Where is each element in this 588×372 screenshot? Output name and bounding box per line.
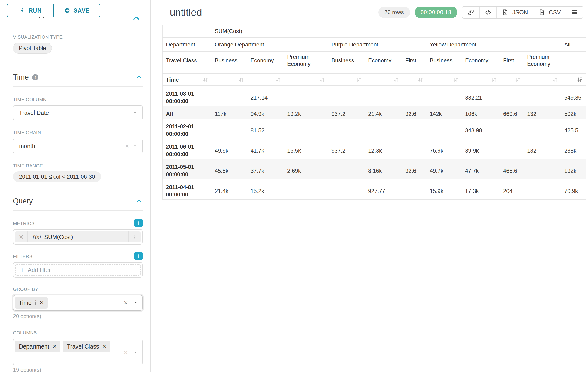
value-cell: 106k	[462, 106, 500, 119]
menu-button[interactable]	[566, 7, 583, 18]
viz-type-label: VISUALIZATION TYPE	[13, 34, 63, 40]
sort-arrows-icon[interactable]	[202, 76, 209, 83]
add-filter-dropzone[interactable]: Add filter	[15, 264, 141, 276]
row-count-badge: 26 rows	[378, 7, 410, 18]
row-axis-label-cell: Time	[163, 74, 211, 86]
clear-x-icon[interactable]	[124, 299, 128, 306]
chart-title[interactable]: - untitled	[164, 7, 202, 18]
sort-arrows-icon[interactable]	[514, 76, 521, 83]
metric-content: ƒ(x) SUM(Cost)	[28, 234, 128, 240]
remove-tag-icon[interactable]	[102, 343, 106, 350]
time-row-label: 2011-04-01 00:00:00	[163, 180, 211, 200]
value-cell: 47.7k	[462, 159, 500, 180]
columns-tag[interactable]: Department	[15, 340, 60, 352]
save-button[interactable]: SAVE	[53, 4, 100, 17]
embed-code-button[interactable]	[479, 7, 496, 18]
time-row-label: All	[163, 106, 211, 119]
sort-arrows-icon[interactable]	[490, 76, 497, 83]
caret-down-icon[interactable]	[133, 144, 137, 148]
group-by-select[interactable]: Time	[13, 295, 143, 311]
value-cell: 81.52	[247, 119, 284, 139]
travel-class-header: Premium Economy	[524, 52, 561, 74]
time-column-value: Travel Date	[19, 109, 49, 116]
query-section-title: Query	[13, 197, 32, 205]
time-range-pill[interactable]: 2011-01-01 ≤ col < 2011-06-30	[13, 171, 101, 182]
value-cell: 142k	[427, 106, 462, 119]
value-cell	[402, 180, 427, 200]
sort-cell	[500, 74, 524, 86]
table-row: 2011-03-01 00:00:00217.14332.21549.35	[163, 86, 586, 106]
time-row-label: 2011-06-01 00:00:00	[163, 139, 211, 159]
sort-arrows-icon[interactable]	[274, 76, 282, 83]
metric-value: SUM(Cost)	[44, 234, 73, 240]
lightning-icon	[19, 7, 25, 13]
remove-tag-icon[interactable]	[52, 343, 57, 350]
pivot-corner-cell	[163, 25, 211, 38]
clear-x-icon[interactable]	[124, 349, 128, 356]
time-column-label: TIME COLUMN	[13, 97, 46, 102]
function-icon: ƒ(x)	[32, 234, 41, 240]
file-code-icon	[502, 9, 509, 16]
value-cell	[284, 119, 328, 139]
sort-cell	[247, 74, 284, 86]
value-cell: 204	[500, 180, 524, 200]
export-json-button[interactable]: .JSON	[496, 7, 533, 18]
chevron-up-icon[interactable]	[135, 74, 143, 81]
caret-down-icon[interactable]	[134, 301, 137, 305]
chart-header: - untitled 26 rows 00:00:00.18 .JSON .CS…	[151, 0, 588, 19]
chevron-right-icon[interactable]	[128, 231, 141, 243]
travel-class-header: Economy	[462, 52, 500, 74]
remove-tag-icon[interactable]	[40, 300, 44, 306]
sort-desc-bars-icon[interactable]	[576, 76, 583, 83]
value-cell	[500, 119, 524, 139]
value-cell: 92.6	[402, 159, 427, 180]
tag-label: Travel Class	[67, 343, 99, 350]
copy-link-button[interactable]	[462, 7, 479, 18]
hamburger-icon	[571, 9, 578, 16]
time-grain-select[interactable]: month	[13, 138, 143, 153]
metric-pill[interactable]: ƒ(x) SUM(Cost)	[15, 231, 141, 243]
sort-arrows-icon[interactable]	[552, 76, 558, 83]
value-cell	[524, 159, 561, 180]
remove-metric-icon[interactable]	[15, 231, 28, 243]
sort-arrows-icon[interactable]	[393, 76, 399, 83]
columns-tag[interactable]: Travel Class	[63, 340, 110, 352]
travel-class-header: First	[500, 52, 524, 74]
value-cell: 937.2	[328, 106, 365, 119]
column-axis-label: Department	[163, 38, 211, 52]
sort-cell	[328, 74, 365, 86]
sort-arrows-icon[interactable]	[452, 76, 459, 83]
columns-select[interactable]: Department Travel Class	[13, 339, 143, 365]
filters-box: Add filter	[13, 262, 143, 278]
sort-arrows-icon[interactable]	[417, 76, 424, 83]
tag-label: Time	[19, 299, 32, 306]
tag-label: Department	[19, 343, 49, 350]
file-text-icon	[538, 9, 545, 16]
value-cell: 21.4k	[211, 180, 247, 200]
save-button-label: SAVE	[74, 7, 89, 14]
value-cell	[211, 86, 247, 106]
value-cell	[284, 86, 328, 106]
sort-arrows-icon[interactable]	[238, 76, 245, 83]
sort-arrows-icon[interactable]	[355, 76, 362, 83]
clear-x-icon[interactable]	[125, 142, 129, 149]
add-filter-button[interactable]	[134, 252, 143, 260]
caret-down-icon[interactable]	[133, 111, 137, 115]
sort-arrows-icon[interactable]	[319, 76, 326, 83]
section-divider	[13, 22, 143, 22]
viz-type-pill[interactable]: Pivot Table	[13, 43, 52, 54]
group-by-tag[interactable]: Time	[15, 297, 48, 308]
export-csv-button[interactable]: .CSV	[533, 7, 566, 18]
caret-down-icon[interactable]	[134, 351, 137, 354]
value-cell: 669.6	[500, 106, 524, 119]
value-cell: 41.7k	[247, 139, 284, 159]
time-column-select[interactable]: Travel Date	[13, 105, 143, 120]
add-metric-button[interactable]	[134, 219, 143, 227]
sort-cell	[462, 74, 500, 86]
value-cell: 132	[524, 139, 561, 159]
chevron-up-icon[interactable]	[135, 197, 143, 205]
sort-cell	[561, 74, 586, 86]
run-button[interactable]: RUN	[7, 4, 53, 17]
run-save-button-group: RUN SAVE	[7, 4, 100, 17]
value-cell: 332.21	[462, 86, 500, 106]
